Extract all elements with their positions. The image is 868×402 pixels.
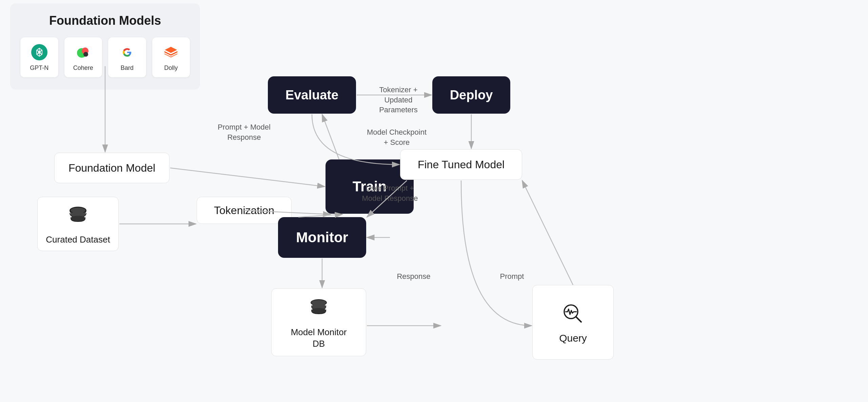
model-monitor-db-icon (307, 295, 331, 322)
svg-line-32 (298, 214, 342, 217)
cohere-label: Cohere (73, 64, 93, 72)
diagram-container: Foundation Models (0, 0, 868, 402)
gptn-label: GPT-N (30, 64, 48, 72)
svg-line-28 (322, 114, 339, 159)
model-checkpoint-label: Model Checkpoint + Score (366, 127, 427, 147)
query-icon (561, 301, 585, 328)
query-label: Query (559, 332, 587, 344)
foundation-model-node: Foundation Model (54, 153, 170, 183)
tokenization-node: Tokenization (197, 197, 292, 224)
evaluate-node: Evaluate (268, 76, 356, 114)
fine-tuned-model-node: Fine Tuned Model (400, 149, 522, 180)
user-prompt-response-label: User Prompt + Model Response (359, 183, 420, 203)
gpt-icon (31, 43, 48, 61)
model-card-dolly[interactable]: Dolly (152, 37, 190, 77)
prompt-model-response-label: Prompt + Model Response (214, 122, 275, 142)
model-cards-row: GPT-N Cohere (20, 37, 190, 77)
monitor-node: Monitor (278, 217, 366, 258)
model-card-bard[interactable]: Bard (108, 37, 146, 77)
cohere-icon (74, 43, 92, 61)
svg-point-16 (71, 216, 85, 221)
curated-dataset-label: Curated Dataset (46, 234, 110, 245)
tokenizer-updated-label: Tokenizer + Updated Parameters (364, 85, 432, 115)
bard-icon (118, 43, 136, 61)
dolly-label: Dolly (164, 64, 178, 72)
foundation-models-box: Foundation Models (10, 3, 200, 90)
dolly-icon (162, 43, 180, 61)
model-monitor-db-node: Model MonitorDB (271, 288, 366, 356)
bard-label: Bard (121, 64, 134, 72)
deploy-node: Deploy (432, 76, 510, 114)
svg-point-20 (311, 308, 326, 313)
response-label: Response (393, 271, 434, 282)
query-node: Query (532, 285, 614, 360)
model-card-gptn[interactable]: GPT-N (20, 37, 58, 77)
svg-line-25 (170, 168, 325, 187)
foundation-models-title: Foundation Models (20, 14, 190, 28)
svg-line-35 (522, 180, 573, 285)
svg-line-22 (576, 317, 581, 322)
curated-dataset-icon (66, 203, 90, 230)
curated-dataset-node: Curated Dataset (37, 197, 119, 251)
model-monitor-db-label: Model MonitorDB (291, 327, 347, 350)
svg-point-10 (83, 52, 88, 57)
prompt-label: Prompt (495, 271, 529, 282)
model-card-cohere[interactable]: Cohere (64, 37, 102, 77)
